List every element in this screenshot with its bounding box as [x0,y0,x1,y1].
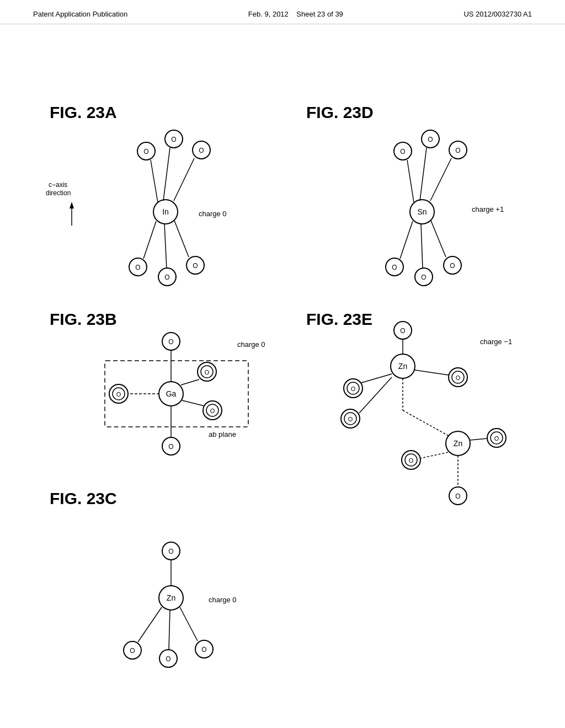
atom-zn3: Zn [167,593,175,602]
svg-line-86 [420,452,448,458]
ab-plane-label: ab plane [209,430,236,438]
svg-line-77 [403,410,452,438]
atom-zn1: Zn [398,362,407,371]
svg-text:O: O [400,148,405,156]
svg-text:O: O [199,147,204,154]
svg-text:O: O [456,374,461,381]
svg-text:O: O [164,274,169,281]
svg-line-30 [430,158,451,201]
svg-line-10 [163,148,170,201]
diagram-area: FIG. 23A c−axis direction In O O O O O [0,24,565,719]
charge-23d: charge +1 [472,205,504,213]
svg-text:O: O [392,264,397,271]
svg-line-38 [421,224,423,269]
header-left: Patent Application Publication [33,10,127,18]
svg-text:O: O [201,646,206,654]
c-axis-label2: direction [46,189,71,197]
svg-text:O: O [143,148,148,156]
svg-text:O: O [166,655,170,663]
header-right: US 2012/0032730 A1 [463,10,532,18]
svg-text:O: O [210,408,215,414]
svg-text:O: O [168,548,173,555]
svg-line-39 [431,221,446,257]
svg-line-82 [470,438,487,440]
svg-line-67 [361,374,392,383]
fig23d-label: FIG. 23D [306,103,374,121]
svg-line-19 [164,224,167,269]
svg-text:O: O [205,369,210,376]
svg-text:O: O [455,147,460,154]
svg-text:O: O [135,264,140,271]
svg-line-100 [138,607,162,642]
page-header: Patent Application Publication Feb. 9, 2… [0,0,565,24]
fig23a-label: FIG. 23A [50,103,117,121]
svg-text:O: O [348,416,353,422]
svg-text:O: O [455,493,460,500]
svg-line-11 [174,158,194,201]
charge-23b: charge 0 [237,340,265,349]
svg-line-20 [174,221,189,257]
svg-line-9 [151,160,158,202]
atom-sn: Sn [417,207,427,216]
fig23b-label: FIG. 23B [50,310,117,328]
svg-line-71 [359,377,392,413]
svg-text:O: O [130,647,135,655]
svg-text:O: O [351,386,356,392]
svg-marker-1 [70,202,74,208]
svg-line-37 [400,221,413,259]
svg-text:O: O [171,136,176,143]
svg-text:O: O [428,136,433,143]
svg-text:O: O [494,435,499,442]
svg-text:O: O [168,338,173,346]
atom-zn2: Zn [454,439,462,448]
atom-in: In [162,207,169,216]
svg-text:O: O [450,262,455,270]
charge-23e: charge −1 [480,338,512,346]
svg-line-55 [181,379,199,385]
svg-text:O: O [193,262,198,270]
fig23e-label: FIG. 23E [306,310,372,328]
fig23c-label: FIG. 23C [50,489,117,507]
svg-line-101 [169,610,170,650]
charge-23a: charge 0 [199,210,227,218]
svg-text:O: O [421,274,426,281]
svg-line-29 [420,148,427,201]
svg-text:O: O [168,443,173,451]
atom-ga: Ga [166,389,177,398]
svg-line-28 [407,160,414,202]
main-svg: FIG. 23A c−axis direction In O O O O O [0,24,565,719]
charge-23c: charge 0 [209,596,237,604]
svg-line-102 [180,607,198,641]
svg-text:O: O [116,391,121,398]
svg-text:O: O [409,457,414,464]
svg-line-75 [415,370,449,375]
header-middle: Feb. 9, 2012 Sheet 23 of 39 [248,10,343,18]
c-axis-label: c−axis [49,181,67,189]
svg-line-18 [143,221,156,259]
svg-text:O: O [400,327,405,335]
svg-line-59 [182,400,204,406]
